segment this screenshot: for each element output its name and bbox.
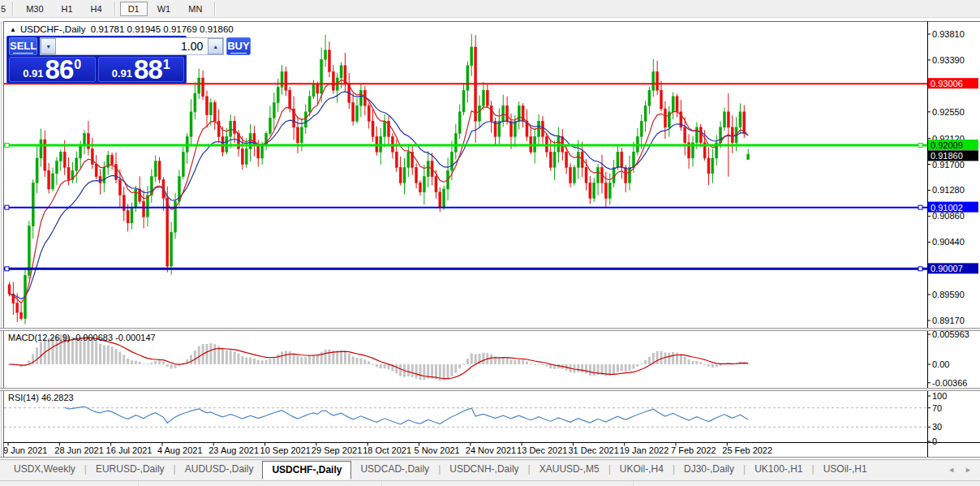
svg-text:10 Sep 2021: 10 Sep 2021 xyxy=(260,445,311,455)
svg-text:0.92550: 0.92550 xyxy=(932,107,965,117)
bid-price-pipette: 0 xyxy=(74,60,81,70)
svg-text:0.91002: 0.91002 xyxy=(931,203,963,213)
chart-tab-xauusd-m5[interactable]: XAUUSD-,M5 xyxy=(531,460,608,477)
timeframe-button-mn[interactable]: MN xyxy=(180,2,210,16)
svg-text:16 Jul 2021: 16 Jul 2021 xyxy=(106,445,153,455)
chart-tab-eurusd-daily[interactable]: EURUSD-,Daily xyxy=(87,460,174,477)
buy-button[interactable]: BUY xyxy=(226,37,250,55)
ask-price-prefix: 0.91 xyxy=(112,67,132,80)
svg-text:19 Jan 2022: 19 Jan 2022 xyxy=(620,445,669,455)
svg-text:0.92009: 0.92009 xyxy=(931,140,963,150)
chart-ohlc-values: 0.91781 0.91945 0.91769 0.91860 xyxy=(91,24,234,34)
spinner-up-icon: ▲ xyxy=(213,44,218,49)
one-click-trade-panel: SELL ▼ ▲ BUY 0.91 86 0 0.91 88 1 xyxy=(6,36,187,84)
status-bar xyxy=(0,480,980,486)
bid-price-prefix: 0.91 xyxy=(23,67,43,80)
chart-header: ▲USDCHF-,Daily 0.91781 0.91945 0.91769 0… xyxy=(10,24,234,34)
svg-text:9 Jun 2021: 9 Jun 2021 xyxy=(3,445,47,455)
collapse-chart-icon[interactable]: ▲ xyxy=(10,26,16,33)
chart-window-frame xyxy=(2,21,980,457)
timeframe-button-m30[interactable]: M30 xyxy=(18,2,51,16)
svg-text:28 Jun 2021: 28 Jun 2021 xyxy=(54,445,104,455)
chart-tab-usdx-weekly[interactable]: USDX,Weekly xyxy=(5,460,84,477)
volume-control: ▼ ▲ xyxy=(40,37,224,55)
chart-tab-usdcad-daily[interactable]: USDCAD-,Daily xyxy=(351,460,438,477)
chart-tab-audusd-daily[interactable]: AUDUSD-,Daily xyxy=(176,460,263,477)
svg-text:0: 0 xyxy=(932,437,937,446)
svg-text:23 Aug 2021: 23 Aug 2021 xyxy=(208,445,259,455)
svg-text:18 Oct 2021: 18 Oct 2021 xyxy=(363,445,411,455)
svg-text:25 Feb 2022: 25 Feb 2022 xyxy=(722,445,772,455)
svg-text:4 Aug 2021: 4 Aug 2021 xyxy=(157,445,203,455)
chart-tab-uk100-h1[interactable]: UK100-,H1 xyxy=(746,460,811,477)
svg-text:0.90440: 0.90440 xyxy=(932,237,965,247)
chart-symbol-label: USDCHF-,Daily xyxy=(20,24,86,34)
chart-tab-usoil-h1[interactable]: USOil-,H1 xyxy=(815,460,876,477)
svg-text:100: 100 xyxy=(932,391,947,401)
svg-text:0.90860: 0.90860 xyxy=(932,211,965,221)
svg-text:0.90007: 0.90007 xyxy=(931,264,963,273)
bid-price-big-digits: 86 xyxy=(45,59,74,80)
timeframe-button-partial[interactable]: 5 xyxy=(0,2,9,15)
svg-text:31 Dec 2021: 31 Dec 2021 xyxy=(568,445,618,455)
timeframe-button-h1[interactable]: H1 xyxy=(54,2,81,16)
chart-tab-usdcnh-daily[interactable]: USDCNH-,Daily xyxy=(441,460,527,477)
toolbar-separator xyxy=(114,2,116,16)
chart-tab-ukoil-h4[interactable]: UKOil-,H4 xyxy=(611,460,673,477)
toolbar-separator xyxy=(12,2,14,16)
chart-tab-dj30-daily[interactable]: DJ30-,Daily xyxy=(675,460,743,477)
ask-price-button[interactable]: 0.91 88 1 xyxy=(98,57,185,82)
timeframe-button-w1[interactable]: W1 xyxy=(149,2,179,16)
svg-text:0.93006: 0.93006 xyxy=(931,79,963,88)
mt4-terminal-window: 5 M30H1H4D1W1MN 0.938100.933900.925500.9… xyxy=(0,0,980,486)
rsi-indicator-label: RSI(14) 46.2823 xyxy=(8,393,74,402)
volume-input[interactable] xyxy=(56,38,208,54)
svg-text:13 Dec 2021: 13 Dec 2021 xyxy=(517,445,567,455)
svg-text:0.91860: 0.91860 xyxy=(931,151,963,161)
sell-button[interactable]: SELL xyxy=(9,37,37,55)
volume-decrease-button[interactable]: ▼ xyxy=(41,38,56,54)
svg-text:0.93810: 0.93810 xyxy=(932,29,965,39)
timeframe-button-d1[interactable]: D1 xyxy=(120,2,148,16)
svg-text:0.91280: 0.91280 xyxy=(932,185,965,195)
tab-scroll-right-icon[interactable]: ► xyxy=(965,466,972,474)
tab-scroll-controls: ◄ ► xyxy=(948,460,980,480)
svg-text:29 Sep 2021: 29 Sep 2021 xyxy=(312,445,362,455)
svg-text:0.005963: 0.005963 xyxy=(932,329,969,339)
chart-tab-usdchf-daily[interactable]: USDCHF-,Daily xyxy=(262,461,351,480)
bid-price-button[interactable]: 0.91 86 0 xyxy=(9,57,96,82)
toolbar-separator xyxy=(214,2,216,16)
svg-text:7 Feb 2022: 7 Feb 2022 xyxy=(671,445,716,455)
timeframe-button-h4[interactable]: H4 xyxy=(83,2,110,16)
svg-text:5 Nov 2021: 5 Nov 2021 xyxy=(414,445,459,455)
svg-text:0.89590: 0.89590 xyxy=(932,290,965,299)
volume-increase-button[interactable]: ▲ xyxy=(208,38,223,54)
svg-text:70: 70 xyxy=(932,403,942,413)
chart-tab-bar: USDX,Weekly|EURUSD-,Daily|AUDUSD-,DailyU… xyxy=(0,459,980,480)
ask-price-big-digits: 88 xyxy=(134,59,162,80)
svg-text:-0.00366: -0.00366 xyxy=(932,378,967,388)
spinner-down-icon: ▼ xyxy=(45,44,51,49)
svg-text:0.00: 0.00 xyxy=(932,359,949,369)
svg-text:0.93390: 0.93390 xyxy=(932,55,965,65)
macd-indicator-label: MACD(12,26,9) -0.000683 -0.000147 xyxy=(8,333,156,342)
svg-text:0.89170: 0.89170 xyxy=(932,316,965,325)
svg-text:24 Nov 2021: 24 Nov 2021 xyxy=(466,445,516,455)
ask-price-pipette: 1 xyxy=(163,60,170,70)
timeframe-toolbar: 5 M30H1H4D1W1MN xyxy=(0,0,980,18)
tab-scroll-left-icon[interactable]: ◄ xyxy=(948,466,955,474)
svg-text:30: 30 xyxy=(932,422,942,432)
